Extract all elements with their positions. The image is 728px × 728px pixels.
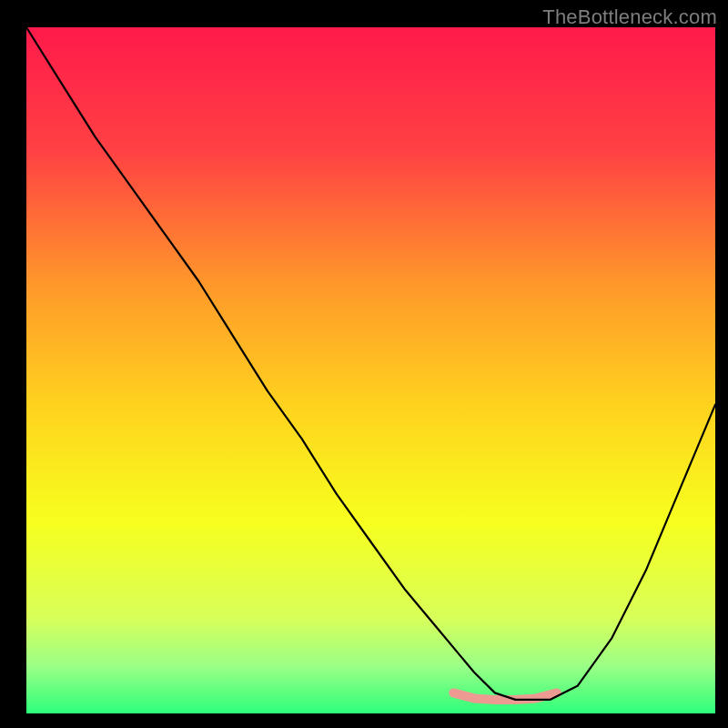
bottleneck-chart xyxy=(0,0,728,728)
svg-rect-1 xyxy=(26,27,715,713)
watermark-label: TheBottleneck.com xyxy=(542,5,717,29)
chart-container: TheBottleneck.com xyxy=(0,0,728,728)
